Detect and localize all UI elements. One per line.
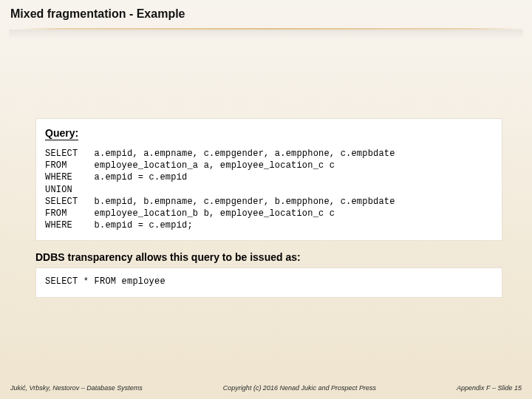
query-sql: SELECT a.empid, a.empname, c.empgender, … bbox=[45, 148, 493, 231]
content-area: Query: SELECT a.empid, a.empname, c.empg… bbox=[35, 118, 502, 302]
footer: Jukić, Vrbsky, Nestorov – Database Syste… bbox=[0, 384, 532, 392]
title-shadow bbox=[9, 30, 523, 43]
footer-slide-number: Appendix F – Slide 15 bbox=[457, 384, 522, 392]
transparency-notice: DDBS transparency allows this query to b… bbox=[35, 245, 502, 267]
footer-authors: Jukić, Vrbsky, Nestorov – Database Syste… bbox=[10, 384, 143, 392]
page-title: Mixed fragmentation - Example bbox=[10, 7, 522, 21]
simplified-sql: SELECT * FROM employee bbox=[45, 276, 493, 287]
footer-copyright: Copyright (c) 2016 Nenad Jukic and Prosp… bbox=[223, 384, 376, 392]
query-card: Query: SELECT a.empid, a.empname, c.empg… bbox=[35, 118, 502, 241]
query-label: Query: bbox=[45, 127, 78, 140]
simplified-query-card: SELECT * FROM employee bbox=[35, 267, 502, 297]
title-bar: Mixed fragmentation - Example bbox=[0, 0, 532, 25]
